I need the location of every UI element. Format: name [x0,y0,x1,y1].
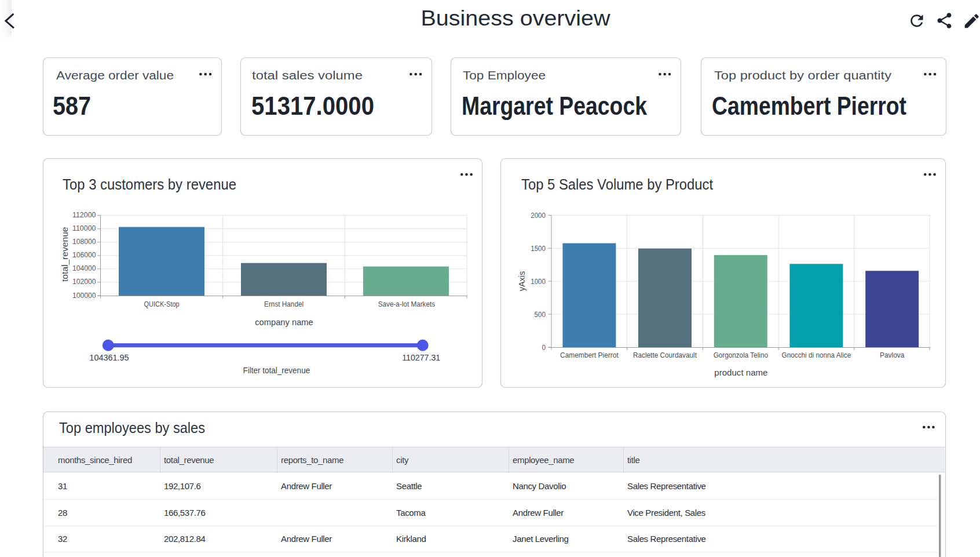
svg-text:587: 587 [53,91,91,121]
svg-text:Andrew Fuller: Andrew Fuller [513,508,564,518]
svg-text:Raclette Courdavault: Raclette Courdavault [633,351,697,359]
svg-text:100000: 100000 [72,292,96,300]
svg-text:110277.31: 110277.31 [402,353,440,362]
svg-text:months_since_hired: months_since_hired [58,455,132,465]
svg-text:1000: 1000 [531,278,546,286]
svg-text:Camembert Pierrot: Camembert Pierrot [712,91,906,121]
svg-text:QUICK-Stop: QUICK-Stop [144,300,180,308]
svg-text:32: 32 [58,534,67,544]
svg-text:total sales volume: total sales volume [252,69,363,82]
svg-text:102000: 102000 [72,278,96,286]
svg-text:Tacoma: Tacoma [396,508,426,518]
svg-text:yAxis: yAxis [517,271,526,291]
svg-text:Sales Representative: Sales Representative [627,534,706,544]
svg-text:Gorgonzola Telino: Gorgonzola Telino [714,351,768,359]
svg-text:500: 500 [535,311,546,319]
svg-text:Filter total_revenue: Filter total_revenue [243,366,310,375]
svg-text:Sales Representative: Sales Representative [627,481,706,491]
svg-text:Save-a-lot Markets: Save-a-lot Markets [378,300,436,308]
svg-text:Pavlova: Pavlova [880,351,905,359]
svg-text:51317.0000: 51317.0000 [251,91,374,121]
svg-text:product name: product name [714,367,767,377]
svg-text:0: 0 [542,344,546,352]
svg-text:Vice President, Sales: Vice President, Sales [627,508,705,518]
svg-text:Janet Leverling: Janet Leverling [513,534,568,544]
svg-text:Kirkland: Kirkland [396,534,426,544]
svg-text:104361.95: 104361.95 [89,353,129,362]
svg-text:employee_name: employee_name [513,455,574,465]
svg-text:Gnocchi di nonna Alice: Gnocchi di nonna Alice [782,351,851,359]
svg-text:28: 28 [58,508,67,518]
svg-text:112000: 112000 [72,211,96,219]
svg-text:166,537.76: 166,537.76 [164,508,206,518]
svg-text:Seattle: Seattle [396,481,422,491]
svg-text:Top 5 Sales Volume by Product: Top 5 Sales Volume by Product [521,176,714,193]
svg-text:title: title [627,455,640,465]
svg-text:Camembert Pierrot: Camembert Pierrot [560,351,619,359]
svg-text:31: 31 [58,481,67,491]
svg-text:Average order value: Average order value [56,69,174,82]
svg-text:1500: 1500 [531,245,546,253]
svg-text:Top Employee: Top Employee [463,69,546,82]
svg-text:106000: 106000 [72,251,96,259]
svg-text:110000: 110000 [72,224,96,232]
svg-text:2000: 2000 [531,212,546,220]
svg-text:Top 3 customers by revenue: Top 3 customers by revenue [63,176,236,193]
svg-text:108000: 108000 [72,238,96,246]
svg-text:reports_to_name: reports_to_name [281,455,343,465]
svg-text:192,107.6: 192,107.6 [164,481,201,491]
svg-text:Top employees by sales: Top employees by sales [59,419,205,436]
svg-text:Andrew Fuller: Andrew Fuller [281,481,332,491]
svg-text:total_revenue: total_revenue [60,227,70,282]
svg-text:company name: company name [255,317,313,327]
svg-text:104000: 104000 [72,264,96,272]
svg-text:city: city [396,455,409,465]
svg-text:Top product by order quantity: Top product by order quantity [714,69,891,82]
svg-text:total_revenue: total_revenue [164,455,214,465]
svg-text:Ernst Handel: Ernst Handel [264,300,303,308]
svg-text:Nancy Davolio: Nancy Davolio [513,481,566,491]
svg-text:Business overview: Business overview [421,6,611,30]
svg-text:Margaret Peacock: Margaret Peacock [462,91,648,121]
svg-text:Andrew Fuller: Andrew Fuller [281,534,332,544]
svg-text:202,812.84: 202,812.84 [164,534,206,544]
